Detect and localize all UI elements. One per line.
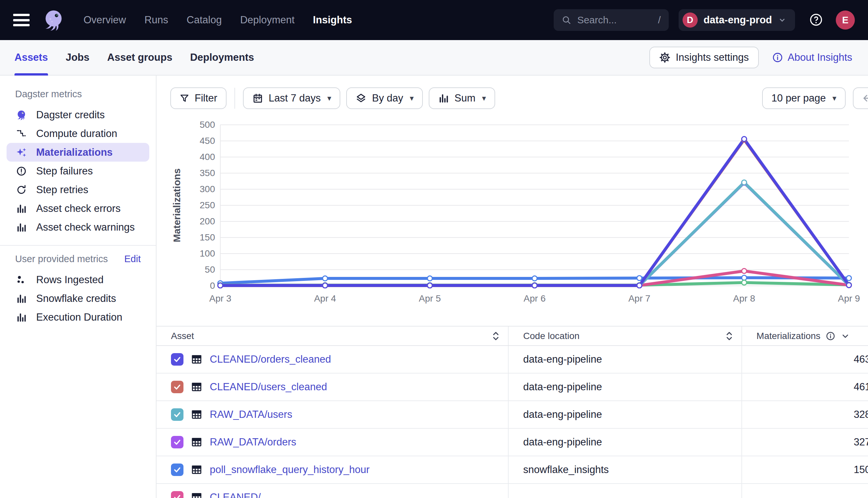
nav-item-overview[interactable]: Overview <box>84 14 126 26</box>
asset-link[interactable]: CLEANED/… <box>210 492 271 498</box>
row-checkbox[interactable] <box>171 436 183 448</box>
svg-text:100: 100 <box>200 248 215 259</box>
dropdown-last-7-days[interactable]: Last 7 days▾ <box>243 87 341 109</box>
nav-item-runs[interactable]: Runs <box>144 14 168 26</box>
insights-settings-label: Insights settings <box>676 52 749 63</box>
row-checkbox[interactable] <box>171 463 183 476</box>
asset-link[interactable]: CLEANED/orders_cleaned <box>210 353 331 365</box>
table-row: poll_snowflake_query_history_hoursnowfla… <box>156 456 868 484</box>
dropdown-label: By day <box>372 92 403 104</box>
sort-icon[interactable] <box>492 331 500 341</box>
asset-link[interactable]: CLEANED/users_cleaned <box>210 381 327 393</box>
column-header-materializations: Materializations <box>742 327 868 345</box>
info-icon <box>772 52 783 63</box>
sidebar-item-dagster-credits[interactable]: Dagster credits <box>7 105 149 124</box>
row-checkbox[interactable] <box>171 381 183 393</box>
search-icon <box>562 15 572 25</box>
assets-table-wrap: AssetCode locationMaterializationsChange… <box>156 326 868 498</box>
svg-text:150: 150 <box>200 232 215 243</box>
svg-text:0: 0 <box>210 280 215 291</box>
octopus-icon <box>15 109 28 121</box>
code-location-cell: data-eng-pipeline <box>508 345 742 373</box>
materializations-cell: 328 <box>742 401 868 428</box>
user-avatar[interactable]: E <box>836 11 855 29</box>
stairs-icon <box>15 128 28 139</box>
sidebar-item-materializations[interactable]: Materializations <box>7 143 149 162</box>
caret-down-icon: ▾ <box>832 94 837 103</box>
hamburger-menu-icon[interactable] <box>13 14 29 26</box>
code-location-cell: data-eng-pipeline <box>508 401 742 428</box>
code-location-cell: data-eng-pipeline <box>508 373 742 401</box>
tab-jobs[interactable]: Jobs <box>66 40 89 75</box>
column-header-code-location: Code location <box>508 327 742 345</box>
sidebar-item-snowflake-credits[interactable]: Snowflake credits <box>7 289 149 308</box>
about-insights-link[interactable]: About Insights <box>772 52 852 63</box>
column-label: Code location <box>523 331 579 341</box>
arrow-left-icon <box>862 93 868 104</box>
code-location-cell: snowflake_insights <box>508 456 742 484</box>
sidebar-item-asset-check-errors[interactable]: Asset check errors <box>7 199 149 218</box>
svg-text:Apr 8: Apr 8 <box>733 293 755 303</box>
svg-text:Apr 6: Apr 6 <box>524 293 546 303</box>
row-checkbox[interactable] <box>171 408 183 421</box>
prev-page-button[interactable] <box>854 88 868 108</box>
org-avatar: D <box>682 12 698 28</box>
info-icon[interactable] <box>826 331 835 341</box>
dropdown-sum[interactable]: Sum▾ <box>429 87 495 109</box>
funnel-icon <box>179 93 189 103</box>
nav-item-catalog[interactable]: Catalog <box>187 14 222 26</box>
chart-icon <box>15 203 28 214</box>
edit-metrics-link[interactable]: Edit <box>124 253 141 264</box>
insights-settings-button[interactable]: Insights settings <box>649 47 758 68</box>
search-placeholder: Search... <box>577 14 658 26</box>
svg-text:300: 300 <box>200 184 215 194</box>
svg-text:Apr 4: Apr 4 <box>314 293 336 303</box>
tab-deployments[interactable]: Deployments <box>190 40 254 75</box>
asset-link[interactable]: RAW_DATA/orders <box>210 436 296 448</box>
row-checkbox[interactable] <box>171 491 183 498</box>
asset-link[interactable]: RAW_DATA/users <box>210 409 292 420</box>
dagster-logo[interactable] <box>41 7 66 33</box>
sidebar-divider <box>0 245 156 246</box>
tab-asset-groups[interactable]: Asset groups <box>107 40 172 75</box>
column-header-asset: Asset <box>156 327 508 345</box>
sidebar-item-step-failures[interactable]: Step failures <box>7 162 149 180</box>
sidebar-item-label: Dagster credits <box>36 109 104 121</box>
sidebar-item-rows-ingested[interactable]: Rows Ingested <box>7 270 149 289</box>
chart-icon <box>15 312 28 323</box>
sidebar-item-label: Asset check errors <box>36 203 121 214</box>
table-icon <box>191 409 203 420</box>
layers-icon <box>355 93 367 104</box>
sidebar-item-label: Asset check warnings <box>36 221 135 233</box>
dropdown-by-day[interactable]: By day▾ <box>346 87 423 109</box>
sort-icon[interactable] <box>725 331 733 341</box>
row-checkbox[interactable] <box>171 353 183 366</box>
caret-down-icon: ▾ <box>410 94 413 103</box>
nav-item-insights[interactable]: Insights <box>313 14 352 26</box>
calendar-icon <box>252 93 263 104</box>
filter-button[interactable]: Filter <box>170 87 227 109</box>
tab-assets[interactable]: Assets <box>14 40 48 75</box>
org-switcher[interactable]: D data-eng-prod <box>679 9 795 31</box>
sidebar-item-asset-check-warnings[interactable]: Asset check warnings <box>7 218 149 237</box>
nav-item-deployment[interactable]: Deployment <box>240 14 294 26</box>
primary-nav: OverviewRunsCatalogDeploymentInsights <box>84 14 352 26</box>
chevron-down-icon[interactable] <box>841 331 850 341</box>
column-label: Asset <box>171 331 194 341</box>
sidebar-item-compute-duration[interactable]: Compute duration <box>7 124 149 143</box>
per-page-dropdown[interactable]: 10 per page ▾ <box>762 87 846 109</box>
sidebar-item-execution-duration[interactable]: Execution Duration <box>7 308 149 327</box>
sidebar-item-label: Compute duration <box>36 128 117 140</box>
asset-link[interactable]: poll_snowflake_query_history_hour <box>210 464 370 476</box>
refresh-icon <box>15 184 28 195</box>
sidebar-item-label: Snowflake credits <box>36 293 116 304</box>
svg-text:Apr 7: Apr 7 <box>628 293 650 303</box>
sidebar-item-step-retries[interactable]: Step retries <box>7 180 149 199</box>
dropdown-label: Sum <box>455 92 475 104</box>
search-input[interactable]: Search... / <box>554 9 669 31</box>
svg-text:450: 450 <box>200 136 215 146</box>
help-icon[interactable] <box>809 13 823 27</box>
svg-text:200: 200 <box>200 216 215 226</box>
about-insights-label: About Insights <box>788 52 852 63</box>
assets-table: AssetCode locationMaterializationsChange… <box>156 327 868 498</box>
